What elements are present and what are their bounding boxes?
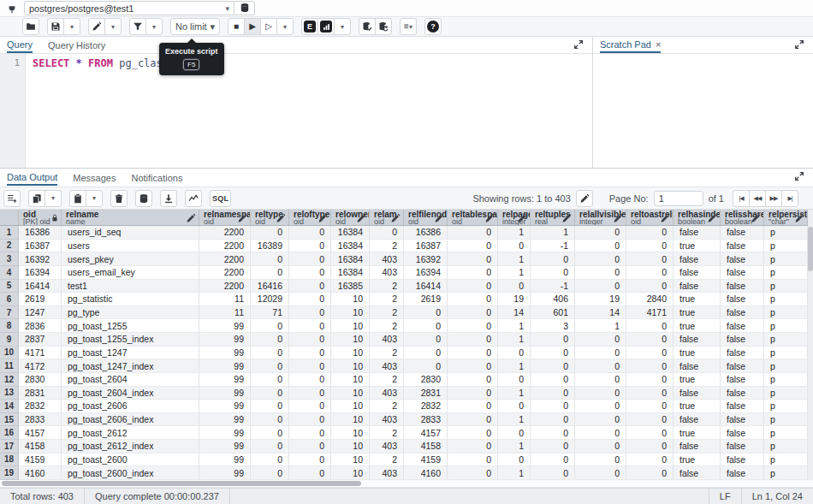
grid-cell[interactable]: 0 [251,226,289,240]
grid-cell[interactable]: 0 [626,426,674,440]
grid-cell[interactable]: 2 [370,319,404,333]
grid-cell[interactable]: 0 [626,454,674,467]
grid-cell[interactable]: p [764,426,808,440]
grid-cell[interactable]: 2 [370,373,404,387]
grid-cell[interactable]: 0 [289,359,331,373]
grid-cell[interactable]: false [721,426,764,440]
tab-query[interactable]: Query [7,37,33,53]
grid-cell[interactable]: 0 [289,373,331,387]
grid-cell[interactable]: 0 [448,319,498,333]
grid-cell[interactable]: pg_toast_2606 [62,400,199,413]
grid-cell[interactable]: 0 [404,306,448,320]
explain-analyze-button[interactable] [317,18,335,35]
grid-cell[interactable]: false [674,226,721,240]
grid-cell[interactable]: 0 [448,413,498,427]
grid-cell[interactable]: false [721,454,764,467]
grid-cell[interactable]: 12029 [251,293,289,306]
grid-cell[interactable]: 0 [448,426,498,440]
grid-cell[interactable]: -1 [531,240,575,253]
grid-cell[interactable]: p [764,240,808,253]
row-number[interactable]: 3 [0,252,19,266]
grid-cell[interactable]: true [674,319,721,333]
grid-cell[interactable]: p [764,266,808,280]
tab-data-output[interactable]: Data Output [7,169,57,186]
grid-cell[interactable]: 0 [448,226,498,240]
grid-cell[interactable]: 403 [370,440,404,454]
grid-cell[interactable]: 0 [575,266,626,280]
grid-cell[interactable]: 4158 [19,440,62,454]
grid-cell[interactable]: 0 [404,359,448,373]
grid-cell[interactable]: false [674,413,721,427]
grid-cell[interactable]: pg_toast_1255_index [62,333,199,347]
grid-cell[interactable]: 0 [289,266,331,280]
grid-cell[interactable]: 0 [251,466,289,480]
grid-cell[interactable]: false [721,293,764,306]
grid-cell[interactable]: 0 [289,293,331,306]
grid-cell[interactable]: 10 [331,293,370,306]
grid-cell[interactable]: 2619 [404,293,448,306]
grid-cell[interactable]: 0 [448,466,498,480]
grid-cell[interactable]: 0 [251,252,289,266]
horizontal-scrollbar[interactable] [0,480,813,488]
grid-cell[interactable]: 2832 [404,400,448,413]
row-number[interactable]: 6 [0,293,19,306]
grid-cell[interactable]: 0 [626,240,674,253]
grid-cell[interactable]: 403 [370,359,404,373]
grid-cell[interactable]: 0 [404,347,448,360]
grid-cell[interactable]: 0 [448,306,498,320]
grid-cell[interactable]: 0 [575,466,626,480]
grid-cell[interactable]: false [721,440,764,454]
grid-cell[interactable]: 99 [199,359,251,373]
grid-cell[interactable]: 2833 [19,413,62,427]
grid-cell[interactable]: 16414 [404,280,448,294]
grid-cell[interactable]: 0 [626,280,674,294]
grid-cell[interactable]: 1 [531,226,575,240]
grid-cell[interactable]: false [721,306,764,320]
grid-cell[interactable]: 0 [531,387,575,400]
grid-cell[interactable]: 10 [331,387,370,400]
grid-cell[interactable]: 16416 [251,280,289,294]
grid-cell[interactable]: 0 [289,454,331,467]
grid-cell[interactable]: 0 [448,440,498,454]
grid-cell[interactable]: 0 [289,252,331,266]
row-number[interactable]: 9 [0,333,19,347]
scratch-pad-editor[interactable] [593,54,813,168]
grid-cell[interactable]: 0 [251,266,289,280]
save-file-options-button[interactable]: ▾ [63,18,80,35]
grid-cell[interactable]: 16394 [404,266,448,280]
grid-cell[interactable]: 0 [448,252,498,266]
grid-cell[interactable]: false [674,387,721,400]
grid-corner-cell[interactable] [0,210,19,225]
grid-cell[interactable]: false [674,333,721,347]
column-header-relowner[interactable]: relowneroid [331,210,370,225]
grid-cell[interactable]: 99 [199,466,251,480]
grid-cell[interactable]: 0 [370,226,404,240]
grid-cell[interactable]: 2200 [199,280,251,294]
filter-button[interactable] [129,18,146,35]
grid-cell[interactable]: 4159 [19,454,62,467]
grid-cell[interactable]: pg_toast_1247_index [62,359,199,373]
grid-cell[interactable]: false [674,466,721,480]
grid-cell[interactable]: 10 [331,359,370,373]
add-row-button[interactable] [3,190,21,207]
grid-cell[interactable]: 0 [626,347,674,360]
grid-cell[interactable]: 10 [331,333,370,347]
grid-cell[interactable]: false [674,359,721,373]
grid-cell[interactable]: 0 [448,347,498,360]
grid-cell[interactable]: 0 [626,359,674,373]
column-header-relnamespace[interactable]: relnamespaceoid [199,210,251,225]
grid-cell[interactable]: 0 [448,454,498,467]
grid-cell[interactable]: 4160 [404,466,448,480]
grid-cell[interactable]: 99 [199,440,251,454]
sql-code-line[interactable]: SELECT * FROM pg_class; [26,54,175,168]
grid-cell[interactable]: 0 [531,426,575,440]
grid-cell[interactable]: 0 [289,440,331,454]
copy-button[interactable] [28,190,45,207]
grid-cell[interactable]: pg_toast_2604_index [62,387,199,400]
grid-cell[interactable]: 0 [289,413,331,427]
row-number[interactable]: 7 [0,306,19,320]
paste-options-button[interactable]: ▾ [86,190,103,207]
grid-cell[interactable]: pg_toast_2606_index [62,413,199,427]
grid-cell[interactable]: 403 [370,266,404,280]
grid-cell[interactable]: 4171 [19,347,62,360]
